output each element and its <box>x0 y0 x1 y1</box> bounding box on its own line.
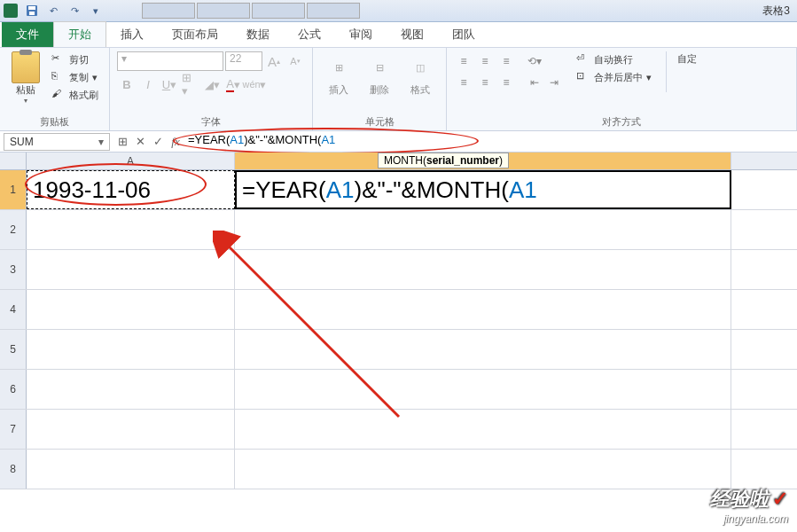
document-title: 表格3 <box>762 4 793 19</box>
align-right-button[interactable]: ≡ <box>496 73 516 92</box>
format-painter-button[interactable]: 🖌 格式刷 <box>48 87 102 103</box>
cut-button[interactable]: ✂ 剪切 <box>48 51 102 67</box>
row-header-7[interactable]: 7 <box>0 410 27 449</box>
italic-button[interactable]: I <box>138 74 158 94</box>
formula-bar: SUM ▾ ⊞ ✕ ✓ fx =YEAR(A1)&"-"&MONTH(A1 <box>0 131 797 153</box>
select-all-corner[interactable] <box>0 153 27 169</box>
row-header-3[interactable]: 3 <box>0 250 27 289</box>
cell-A7[interactable] <box>27 410 235 449</box>
increase-indent-button[interactable]: ⇥ <box>544 73 564 92</box>
paste-label: 粘贴 <box>16 83 35 97</box>
column-header-A[interactable]: A <box>27 153 235 169</box>
name-box[interactable]: SUM ▾ <box>4 133 110 151</box>
qat-dropdown[interactable]: ▾ <box>87 2 105 20</box>
function-tooltip: MONTH(serial_number) <box>378 153 509 168</box>
scissors-icon: ✂ <box>51 52 66 66</box>
formula-input[interactable]: =YEAR(A1)&"-"&MONTH(A1 <box>184 133 797 151</box>
wrap-text-button[interactable]: ⏎ 自动换行 <box>573 51 655 67</box>
tab-home[interactable]: 开始 <box>53 21 106 47</box>
font-size-select[interactable]: 22 <box>225 51 262 71</box>
row-header-5[interactable]: 5 <box>0 330 27 369</box>
font-name-select[interactable]: ▾ <box>117 51 223 71</box>
increase-font-button[interactable]: A▴ <box>264 51 284 71</box>
cell-B1[interactable]: =YEAR(A1)&"-"&MONTH(A1 <box>235 170 731 209</box>
cell-B7[interactable] <box>235 410 731 449</box>
tab-insert[interactable]: 插入 <box>106 22 158 47</box>
window-tab[interactable] <box>197 3 250 19</box>
custom-button[interactable]: 自定 <box>674 51 700 66</box>
cell-A4[interactable] <box>27 290 235 329</box>
format-icon: ◫ <box>406 53 434 82</box>
merge-center-button[interactable]: ⊡ 合并后居中 ▾ <box>573 69 655 85</box>
align-bottom-button[interactable]: ≡ <box>496 51 516 71</box>
tab-view[interactable]: 视图 <box>387 22 438 47</box>
row-header-2[interactable]: 2 <box>0 210 27 249</box>
copy-label: 复制 <box>69 71 89 84</box>
border-button[interactable]: ⊞ ▾ <box>181 74 200 94</box>
phonetic-button[interactable]: wén ▾ <box>245 74 264 94</box>
tab-data[interactable]: 数据 <box>232 22 284 47</box>
underline-button[interactable]: U ▾ <box>160 74 179 94</box>
orientation-button[interactable]: ⟲▾ <box>525 51 544 71</box>
paste-button[interactable]: 粘贴 ▾ <box>7 51 44 106</box>
cell-B4[interactable] <box>235 290 731 329</box>
app-icon <box>4 4 18 18</box>
tab-file[interactable]: 文件 <box>2 22 53 47</box>
row-header-6[interactable]: 6 <box>0 370 27 409</box>
window-tab[interactable] <box>307 3 360 19</box>
wrap-label: 自动换行 <box>594 53 633 66</box>
row-header-8[interactable]: 8 <box>0 450 27 489</box>
align-center-button[interactable]: ≡ <box>475 73 495 92</box>
qat-redo-button[interactable]: ↷ <box>66 2 83 20</box>
cell-B2[interactable] <box>235 210 731 249</box>
tab-formula[interactable]: 公式 <box>284 22 335 47</box>
cancel-button[interactable]: ✕ <box>131 133 149 151</box>
align-top-button[interactable]: ≡ <box>454 51 473 71</box>
svg-rect-1 <box>28 6 35 10</box>
format-cells-button[interactable]: ◫ 格式 <box>402 51 439 98</box>
ribbon: 粘贴 ▾ ✂ 剪切 ⎘ 复制 ▾ 🖌 格式刷 剪贴板 <box>0 47 797 131</box>
group-font: ▾ 22 A▴ A▾ B I U ▾ ⊞ ▾ ◢ ▾ A ▾ wén ▾ 字体 <box>110 48 313 130</box>
brush-icon: 🖌 <box>51 88 66 102</box>
window-tab[interactable] <box>142 3 195 19</box>
tab-review[interactable]: 审阅 <box>335 22 387 47</box>
chevron-down-icon: ▾ <box>98 136 104 148</box>
enter-button[interactable]: ✓ <box>149 133 167 151</box>
format-painter-label: 格式刷 <box>69 89 98 102</box>
decrease-indent-button[interactable]: ⇤ <box>525 73 544 92</box>
align-middle-button[interactable]: ≡ <box>475 51 495 71</box>
cell-B8[interactable] <box>235 450 731 489</box>
copy-button[interactable]: ⎘ 复制 ▾ <box>48 69 102 85</box>
qat-undo-button[interactable]: ↶ <box>44 2 62 20</box>
insert-cells-button[interactable]: ⊞ 插入 <box>320 51 357 98</box>
merge-icon: ⊡ <box>576 70 590 84</box>
fx-button[interactable]: fx <box>167 133 184 151</box>
font-color-button[interactable]: A ▾ <box>223 74 243 94</box>
cell-A5[interactable] <box>27 330 235 369</box>
fill-color-button[interactable]: ◢ ▾ <box>202 74 222 94</box>
row-header-4[interactable]: 4 <box>0 290 27 329</box>
range-button[interactable]: ⊞ <box>113 133 131 151</box>
tab-team[interactable]: 团队 <box>438 22 489 47</box>
custom-label: 自定 <box>677 52 697 66</box>
cell-A6[interactable] <box>27 370 235 409</box>
cell-B3[interactable] <box>235 250 731 289</box>
cell-A8[interactable] <box>27 450 235 489</box>
tab-layout[interactable]: 页面布局 <box>158 22 232 47</box>
cell-A2[interactable] <box>27 210 235 249</box>
delete-cells-button[interactable]: ⊟ 删除 <box>361 51 398 98</box>
cell-B5[interactable] <box>235 330 731 369</box>
insert-icon: ⊞ <box>324 53 353 82</box>
cut-label: 剪切 <box>69 53 89 66</box>
qat-save-button[interactable] <box>23 2 41 20</box>
bold-button[interactable]: B <box>117 74 137 94</box>
row-header-1[interactable]: 1 <box>0 170 27 209</box>
title-bar: ↶ ↷ ▾ 表格3 <box>0 0 797 22</box>
wrap-icon: ⏎ <box>576 52 590 66</box>
decrease-font-button[interactable]: A▾ <box>285 51 305 71</box>
cell-B6[interactable] <box>235 370 731 409</box>
cell-A3[interactable] <box>27 250 235 289</box>
align-left-button[interactable]: ≡ <box>454 73 473 92</box>
window-tab[interactable] <box>252 3 305 19</box>
cell-A1[interactable]: 1993-11-06 <box>27 170 235 209</box>
